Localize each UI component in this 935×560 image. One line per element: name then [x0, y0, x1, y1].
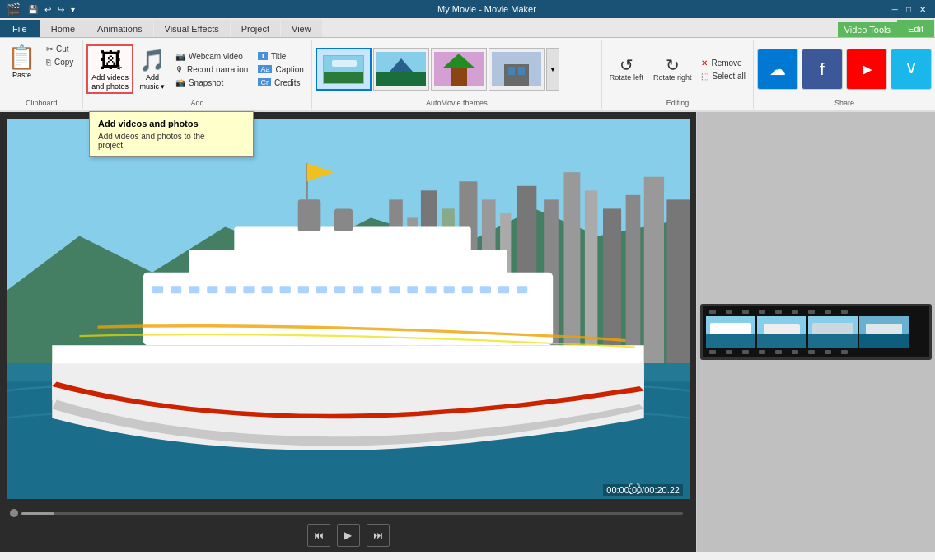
skydrive-button[interactable]: ☁ — [757, 49, 798, 90]
svg-rect-41 — [261, 286, 272, 293]
tab-animations[interactable]: Animations — [86, 20, 152, 37]
sprocket-hole — [709, 350, 716, 354]
title-button[interactable]: T Title — [254, 50, 307, 63]
svg-rect-55 — [517, 286, 527, 293]
svg-rect-71 — [866, 324, 902, 334]
timeline-container — [0, 506, 696, 519]
timeline-progress — [21, 512, 54, 515]
sprocket-hole — [775, 350, 782, 354]
film-frame-2[interactable] — [757, 316, 806, 348]
sprocket-hole — [808, 310, 815, 314]
webcam-icon: 📷 — [175, 52, 185, 61]
theme-item-1[interactable] — [316, 48, 372, 91]
text-options: T Title Aa Caption Cr Credits — [254, 50, 307, 89]
svg-rect-49 — [407, 286, 418, 293]
add-music-icon: 🎵 — [139, 48, 166, 73]
close-button[interactable]: ✕ — [917, 4, 928, 15]
svg-rect-67 — [808, 334, 858, 348]
rotate-right-button[interactable]: ↻ Rotate right — [649, 54, 696, 85]
theme-item-3[interactable] — [431, 48, 487, 91]
video-timestamp: 00:00:00/00:20.22 — [603, 484, 683, 496]
svg-rect-2 — [332, 60, 357, 67]
minimize-button[interactable]: ─ — [890, 4, 900, 15]
rotate-left-icon: ↺ — [619, 57, 633, 73]
add-music-button[interactable]: 🎵 Addmusic ▾ — [135, 45, 170, 94]
qa-dropdown-button[interactable]: ▾ — [68, 4, 77, 15]
sprocket-top — [706, 310, 926, 314]
timeline — [10, 509, 686, 517]
select-all-button[interactable]: ⬚ Select all — [697, 70, 750, 82]
svg-rect-35 — [152, 286, 163, 293]
timeline-track[interactable] — [21, 512, 683, 515]
paste-button[interactable]: 📋 Paste — [5, 41, 39, 82]
svg-rect-70 — [859, 334, 909, 348]
add-videos-button[interactable]: 🖼 + Add videosand photos — [86, 44, 133, 95]
video-preview: 00:00:00/00:20.22 ⛶ ⏮ ▶ ⏭ — [0, 112, 696, 552]
undo-button[interactable]: ↩ — [42, 4, 54, 15]
rotate-left-button[interactable]: ↺ Rotate left — [605, 54, 647, 85]
tooltip-description: Add videos and photos to theproject. — [98, 132, 245, 150]
paste-label: Paste — [12, 71, 31, 79]
remove-icon: ✕ — [701, 58, 708, 68]
copy-button[interactable]: ⎘ Copy — [42, 56, 77, 68]
clipboard-label: Clipboard — [26, 99, 58, 107]
sprocket-hole — [742, 350, 749, 354]
svg-rect-50 — [425, 286, 436, 293]
expand-button[interactable]: ⛶ — [629, 483, 640, 496]
tab-project[interactable]: Project — [231, 20, 280, 37]
film-strip — [700, 304, 932, 360]
svg-rect-10 — [504, 64, 529, 86]
quick-access-toolbar: 🎬 💾 ↩ ↪ ▾ — [7, 2, 77, 16]
svg-rect-48 — [389, 286, 400, 293]
caption-icon: Aa — [258, 65, 272, 73]
rotate-right-icon: ↻ — [666, 57, 680, 73]
snapshot-button[interactable]: 📸 Snapshot — [171, 77, 252, 89]
tab-file[interactable]: File — [0, 20, 40, 37]
vimeo-button[interactable]: V — [891, 49, 932, 90]
caption-button[interactable]: Aa Caption — [254, 63, 307, 76]
svg-rect-56 — [298, 199, 321, 231]
play-button[interactable]: ▶ — [337, 524, 360, 547]
svg-rect-43 — [298, 286, 309, 293]
tab-edit[interactable]: Edit — [897, 20, 934, 37]
sprocket-hole — [792, 350, 798, 354]
record-narration-button[interactable]: 🎙 Record narration — [171, 63, 252, 76]
cut-icon: ✂ — [46, 44, 53, 54]
timeline-thumb[interactable] — [10, 509, 18, 517]
tab-visual-effects[interactable]: Visual Effects — [154, 20, 230, 37]
themes-scroll-down[interactable]: ▼ — [546, 48, 559, 91]
editing-group: ↺ Rotate left ↻ Rotate right ✕ Remove ⬚ … — [602, 40, 754, 109]
credits-button[interactable]: Cr Credits — [254, 77, 307, 89]
cut-button[interactable]: ✂ Cut — [42, 43, 77, 55]
previous-frame-button[interactable]: ⏮ — [307, 524, 330, 547]
svg-rect-64 — [757, 334, 806, 348]
sprocket-hole — [726, 350, 732, 354]
svg-rect-12 — [518, 67, 525, 75]
facebook-button[interactable]: f — [802, 49, 843, 90]
theme-item-4[interactable] — [489, 48, 545, 91]
remove-button[interactable]: ✕ Remove — [697, 57, 750, 69]
cut-copy-group: ✂ Cut ⎘ Copy — [42, 43, 77, 68]
sprocket-hole — [825, 350, 831, 354]
save-button[interactable]: 💾 — [26, 4, 40, 15]
film-frame-1[interactable] — [706, 316, 755, 348]
maximize-button[interactable]: □ — [904, 4, 914, 15]
tab-view[interactable]: View — [281, 20, 322, 37]
add-group: 🖼 + Add videosand photos 🎵 Addmusic ▾ 📷 … — [83, 40, 312, 109]
video-canvas: 00:00:00/00:20.22 ⛶ — [7, 119, 690, 499]
sprocket-hole — [808, 350, 815, 354]
paste-icon: 📋 — [7, 44, 36, 71]
sprocket-hole — [792, 310, 798, 314]
svg-rect-27 — [626, 195, 641, 363]
film-frame-3[interactable] — [808, 316, 858, 348]
clipboard-group: 📋 Paste ✂ Cut ⎘ Copy Clipboard — [0, 40, 83, 109]
theme-item-2[interactable] — [373, 48, 429, 91]
svg-rect-37 — [189, 286, 199, 293]
redo-button[interactable]: ↪ — [55, 4, 67, 15]
sprocket-hole — [775, 310, 782, 314]
film-frame-4[interactable] — [859, 316, 909, 348]
youtube-button[interactable]: ▶ — [846, 49, 887, 90]
webcam-video-button[interactable]: 📷 Webcam video — [171, 50, 252, 63]
tab-home[interactable]: Home — [40, 20, 86, 37]
next-frame-button[interactable]: ⏭ — [367, 524, 390, 547]
